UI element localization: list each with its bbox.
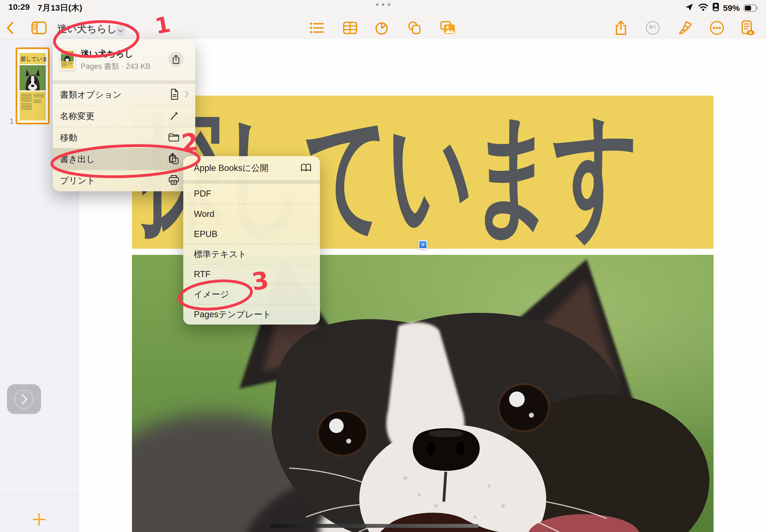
submenu-item-plain-text[interactable]: 標準テキスト <box>183 244 320 264</box>
submenu-item-apple-books[interactable]: Apple Booksに公開 <box>183 156 320 180</box>
file-meta: Pages 書類 · 243 KB <box>81 61 151 71</box>
sidebar-bottom-divider <box>0 494 78 495</box>
menu-item-export[interactable]: 書き出し <box>53 148 195 170</box>
submenu-item-pages-template[interactable]: Pagesテンプレート <box>183 304 320 324</box>
media-insert-button[interactable] <box>440 20 456 36</box>
menu-section-separator <box>53 80 195 84</box>
top-bar: 10:29 7月13日(木) 59% <box>0 0 766 39</box>
format-brush-button[interactable] <box>677 20 693 36</box>
submenu-item-word[interactable]: Word <box>183 204 320 224</box>
export-icon <box>168 153 180 166</box>
file-info-header: 探しています 迷い犬ちらし Pages 書類 · 243 KB <box>53 39 195 80</box>
chevron-right-icon <box>184 90 190 99</box>
date: 7月13日(木) <box>38 2 82 14</box>
file-share-button[interactable] <box>168 52 183 67</box>
menu-item-document-options[interactable]: 書類オプション <box>53 84 195 105</box>
thumb-banner-text: 探しています <box>20 56 48 62</box>
add-page-button[interactable] <box>30 511 48 528</box>
submenu-item-pdf[interactable]: PDF <box>183 184 320 204</box>
text-box-resize-handle[interactable]: + <box>419 240 428 249</box>
document-context-menu: 探しています 迷い犬ちらし Pages 書類 · 243 KB <box>53 39 195 191</box>
more-button[interactable] <box>709 20 725 36</box>
wifi-icon <box>698 3 709 13</box>
menu-item-move[interactable]: 移動 <box>53 127 195 148</box>
document-menu-button[interactable] <box>115 25 126 36</box>
page-thumbnail-1[interactable]: 探しています <box>16 47 50 124</box>
sidebar-expand-button[interactable] <box>7 384 41 414</box>
battery-icon <box>744 4 758 12</box>
pencil-icon <box>168 110 180 122</box>
submenu-section-separator <box>183 180 320 184</box>
submenu-item-image[interactable]: イメージ <box>183 284 320 304</box>
back-button[interactable] <box>2 20 18 36</box>
file-thumbnail: 探しています <box>59 49 75 70</box>
multitask-dots-icon[interactable] <box>376 3 390 6</box>
printer-icon <box>168 175 180 187</box>
location-icon <box>685 2 694 14</box>
document-title[interactable]: 迷い犬ちらし <box>57 22 117 35</box>
clock: 10:29 <box>8 2 30 14</box>
document-icon <box>169 88 180 101</box>
chart-insert-button[interactable] <box>374 20 390 36</box>
pages-app-window: 10:29 7月13日(木) 59% <box>0 0 766 532</box>
status-right: 59% <box>685 2 758 14</box>
file-thumb-banner-text: 探しています <box>61 51 74 54</box>
battery-percent: 59% <box>723 3 740 13</box>
submenu-item-rtf[interactable]: RTF <box>183 264 320 284</box>
sidebar-toggle-button[interactable] <box>31 20 47 36</box>
shape-insert-button[interactable] <box>407 20 422 36</box>
menu-item-rename[interactable]: 名称変更 <box>53 105 195 127</box>
export-format-submenu: Apple Booksに公開 PDF Word EPUB 標準テキスト RTF … <box>183 156 320 325</box>
page-number: 1 <box>9 117 14 126</box>
share-button[interactable] <box>613 20 629 36</box>
reader-view-button[interactable] <box>740 20 755 36</box>
status-left: 10:29 7月13日(木) <box>8 2 82 14</box>
submenu-item-epub[interactable]: EPUB <box>183 224 320 244</box>
table-insert-button[interactable] <box>342 20 358 36</box>
folder-icon <box>168 132 180 144</box>
horizontal-scrollbar[interactable] <box>270 524 479 528</box>
undo-button[interactable] <box>645 20 661 36</box>
person-card-icon <box>712 3 719 13</box>
list-format-button[interactable] <box>309 20 325 36</box>
book-icon <box>300 163 311 173</box>
file-title: 迷い犬ちらし <box>81 48 133 60</box>
menu-item-print[interactable]: プリント <box>53 170 195 191</box>
